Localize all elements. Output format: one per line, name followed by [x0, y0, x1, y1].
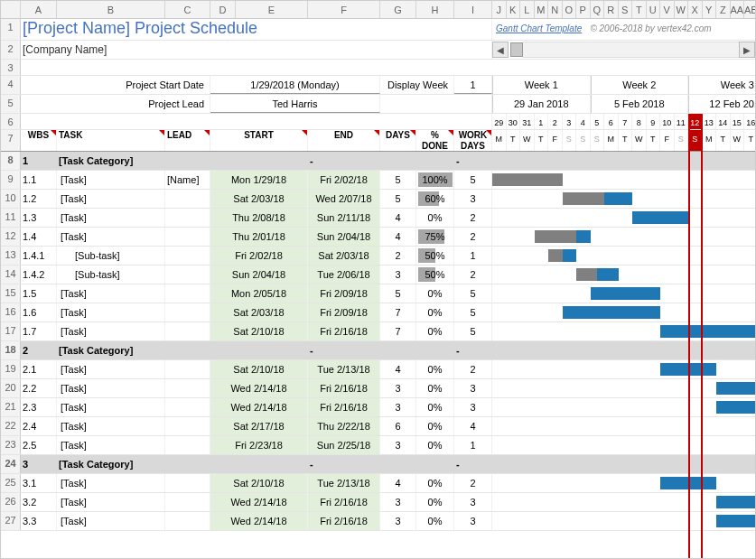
cell[interactable]: 0% — [416, 360, 454, 378]
cell[interactable]: 3.1 — [21, 474, 57, 492]
cell[interactable]: - — [454, 341, 492, 359]
cell[interactable]: 1.4.1 — [21, 247, 57, 265]
cell[interactable]: 12 Feb 2018 — [688, 95, 756, 113]
cell[interactable] — [210, 455, 308, 473]
cell[interactable]: 3 — [380, 398, 416, 416]
row-header[interactable]: 14 — [1, 266, 21, 284]
row-header[interactable]: 22 — [1, 417, 21, 435]
cell[interactable]: 1.4.2 — [21, 266, 57, 284]
scroll-right-button[interactable]: ▶ — [739, 42, 755, 58]
cell[interactable]: 2.1 — [21, 360, 57, 378]
cell[interactable]: 3 — [454, 512, 492, 530]
cell[interactable]: 5 — [380, 171, 416, 189]
cell[interactable]: Tue 2/13/18 — [308, 360, 380, 378]
cell[interactable]: 0% — [416, 493, 454, 511]
cell[interactable] — [165, 266, 210, 284]
cell[interactable]: 0% — [416, 474, 454, 492]
row-header[interactable]: 13 — [1, 247, 21, 265]
row-header[interactable]: 15 — [1, 284, 21, 303]
cell[interactable] — [165, 190, 210, 208]
scroll-left-button[interactable]: ◀ — [492, 42, 509, 58]
cell[interactable] — [21, 114, 492, 129]
row-header[interactable]: 16 — [1, 303, 21, 321]
column-header[interactable]: Y — [703, 1, 717, 18]
cell[interactable]: [Task] — [57, 379, 165, 397]
cell[interactable]: 3 — [380, 266, 416, 284]
cell[interactable]: 5 — [454, 303, 492, 321]
cell[interactable]: Sun 2/11/18 — [308, 209, 380, 227]
row-header[interactable]: 18 — [1, 341, 21, 359]
cell[interactable]: 5 — [454, 171, 492, 189]
cell[interactable]: 50% — [416, 266, 454, 284]
column-header[interactable]: D — [210, 1, 236, 18]
cell[interactable]: Fri 2/09/18 — [308, 284, 380, 303]
cell[interactable]: 3 — [454, 190, 492, 208]
cell[interactable] — [380, 341, 416, 359]
column-header[interactable]: O — [563, 1, 577, 18]
cell[interactable]: 4 — [454, 417, 492, 435]
cell[interactable] — [165, 284, 210, 303]
column-header[interactable]: R — [604, 1, 619, 18]
cell[interactable] — [165, 247, 210, 265]
cell[interactable] — [416, 341, 454, 359]
row-header[interactable]: 8 — [1, 152, 21, 170]
cell[interactable]: 7 — [380, 303, 416, 321]
cell[interactable]: 0% — [416, 209, 454, 227]
column-header[interactable]: Q — [591, 1, 605, 18]
cell[interactable]: Ted Harris — [210, 95, 380, 113]
cell[interactable]: 3 — [380, 512, 416, 530]
column-header[interactable]: P — [576, 1, 591, 18]
cell[interactable]: 0% — [416, 322, 454, 340]
cell[interactable]: 0% — [416, 379, 454, 397]
cell[interactable]: 4 — [380, 360, 416, 378]
cell[interactable]: 5 — [380, 190, 416, 208]
grid-body[interactable]: 1[Project Name] Project ScheduleGantt Ch… — [1, 19, 755, 531]
cell[interactable]: [Task] — [57, 303, 165, 321]
cell[interactable]: 3 — [454, 493, 492, 511]
cell[interactable]: Sat 2/03/18 — [308, 247, 380, 265]
cell[interactable]: 5 — [454, 322, 492, 340]
row-header[interactable]: 21 — [1, 398, 21, 416]
cell[interactable]: Sun 2/04/18 — [210, 266, 308, 284]
cell[interactable]: [Task Category] — [57, 455, 165, 473]
cell[interactable] — [165, 152, 210, 170]
cell[interactable]: Sat 2/03/18 — [210, 303, 308, 321]
cell[interactable]: Sat 2/10/18 — [210, 474, 308, 492]
cell[interactable]: 2 — [454, 474, 492, 492]
cell[interactable]: Sun 2/04/18 — [308, 228, 380, 246]
select-all-corner[interactable] — [1, 1, 21, 18]
cell[interactable]: 3.2 — [21, 493, 57, 511]
cell[interactable]: [Task] — [57, 284, 165, 303]
cell[interactable]: [Company Name] — [21, 41, 492, 59]
row-header[interactable]: 9 — [1, 171, 21, 189]
table-header[interactable]: WORK DAYS — [454, 130, 492, 151]
cell[interactable]: Fri 2/02/18 — [210, 247, 308, 265]
gantt-bar[interactable] — [716, 496, 756, 508]
row-header[interactable]: 24 — [1, 455, 21, 473]
cell[interactable]: - — [454, 152, 492, 170]
gantt-bar[interactable] — [716, 382, 756, 395]
column-header[interactable]: G — [380, 1, 416, 18]
gantt-bar[interactable] — [716, 515, 756, 527]
table-header[interactable]: START — [210, 130, 308, 151]
cell[interactable]: Sat 2/10/18 — [210, 322, 308, 340]
table-header[interactable]: END — [308, 130, 380, 151]
cell[interactable]: [Name] — [165, 171, 210, 189]
cell[interactable]: Thu 2/01/18 — [210, 228, 308, 246]
cell[interactable] — [165, 455, 210, 473]
column-header[interactable]: B — [57, 1, 165, 18]
cell[interactable]: 5 — [454, 284, 492, 303]
cell[interactable]: [Task] — [57, 228, 165, 246]
table-header[interactable]: TASK — [57, 130, 165, 151]
cell[interactable]: 3 — [454, 398, 492, 416]
cell[interactable]: Project Start Date — [21, 76, 210, 94]
cell[interactable]: 3 — [454, 379, 492, 397]
column-header[interactable]: X — [688, 1, 703, 18]
row-header[interactable]: 10 — [1, 190, 21, 208]
cell[interactable]: 1 — [21, 152, 57, 170]
gantt-bar[interactable] — [660, 363, 716, 376]
cell[interactable]: Wed 2/14/18 — [210, 493, 308, 511]
cell[interactable]: Sat 2/10/18 — [210, 360, 308, 378]
cell[interactable]: 2 — [454, 266, 492, 284]
row-header[interactable]: 12 — [1, 228, 21, 246]
